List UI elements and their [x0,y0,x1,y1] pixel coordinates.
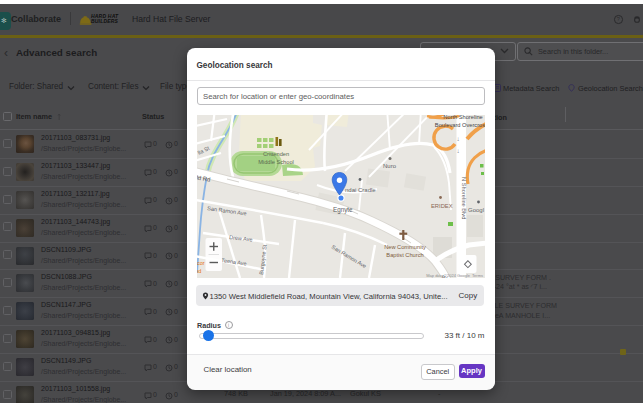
svg-text:ecor: ecor [197,260,205,266]
svg-text:Egnyte: Egnyte [333,206,353,214]
svg-text:New Community: New Community [384,244,426,250]
svg-text:Crittenden: Crittenden [262,151,288,157]
svg-text:North Shoreline: North Shoreline [443,115,483,120]
svg-text:ndai Cradle: ndai Cradle [345,187,376,193]
svg-text:N Shoreline Blvd: N Shoreline Blvd [460,177,466,219]
svg-text:Boulevard Overcross..: Boulevard Overcross.. [434,122,484,128]
svg-text:Baptist Church: Baptist Church [386,252,423,258]
svg-text:Map data ©2024 Google Terms: Map data ©2024 Google Terms [426,273,483,278]
svg-text:↓: ↓ [456,147,459,154]
svg-text:ERIDEX: ERIDEX [431,203,453,209]
svg-text:iod: iod [197,268,201,274]
svg-text:Nuro: Nuro [383,163,397,169]
svg-text:↓: ↓ [456,135,459,142]
svg-text:Googl: Googl [468,207,484,213]
svg-text:Middle School: Middle School [258,159,294,165]
